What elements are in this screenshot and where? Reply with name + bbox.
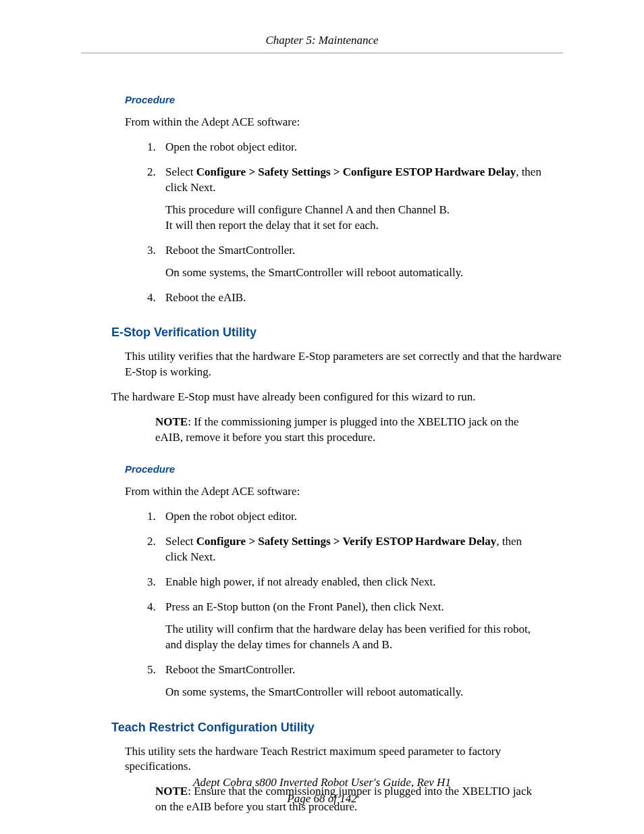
estop-note: NOTE: If the commissioning jumper is plu… [155, 415, 543, 446]
footer-page: Page 68 of 142 [0, 791, 644, 807]
step-text: Reboot the eAIB. [165, 291, 246, 304]
menu-path: Configure > Safety Settings > Verify EST… [196, 535, 496, 548]
procedure-1-intro: From within the Adept ACE software: [125, 115, 563, 130]
list-item: Reboot the SmartController. On some syst… [159, 243, 543, 281]
page: Chapter 5: Maintenance Procedure From wi… [0, 0, 644, 834]
note-text: : If the commissioning jumper is plugged… [155, 415, 519, 444]
procedure-2-list: Open the robot object editor. Select Con… [132, 509, 543, 700]
chapter-header: Chapter 5: Maintenance [81, 34, 563, 47]
step-text: Press an E-Stop button (on the Front Pan… [165, 600, 444, 613]
procedure-2-heading: Procedure [125, 463, 563, 475]
list-item: Reboot the SmartController. On some syst… [159, 662, 543, 700]
step-sub-text: It will then report the delay that it se… [165, 218, 543, 234]
list-item: Select Configure > Safety Settings > Con… [159, 165, 543, 234]
procedure-1-heading: Procedure [125, 94, 563, 105]
step-text: Select [165, 535, 196, 548]
list-item: Select Configure > Safety Settings > Ver… [159, 534, 543, 565]
page-footer: Adept Cobra s800 Inverted Robot User's G… [0, 775, 644, 807]
step-text: Enable high power, if not already enable… [165, 575, 436, 588]
step-sub-text: This procedure will configure Channel A … [165, 203, 543, 218]
note-label: NOTE [155, 415, 188, 428]
list-item: Open the robot object editor. [159, 509, 543, 525]
step-text: Select [165, 165, 196, 178]
estop-paragraph: The hardware E-Stop must have already be… [111, 390, 563, 405]
step-sub-text: The utility will confirm that the hardwa… [165, 622, 543, 653]
header-rule [81, 53, 563, 53]
procedure-2-intro: From within the Adept ACE software: [125, 484, 563, 500]
estop-paragraph: This utility verifies that the hardware … [125, 349, 563, 380]
step-text: Reboot the SmartController. [165, 244, 295, 257]
list-item: Enable high power, if not already enable… [159, 575, 543, 590]
menu-path: Configure > Safety Settings > Configure … [196, 165, 516, 178]
step-text: Open the robot object editor. [165, 510, 297, 523]
teach-heading: Teach Restrict Configuration Utility [111, 721, 563, 735]
estop-heading: E-Stop Verification Utility [111, 325, 563, 340]
step-text: Reboot the SmartController. [165, 663, 295, 676]
procedure-1-list: Open the robot object editor. Select Con… [132, 140, 543, 306]
list-item: Press an E-Stop button (on the Front Pan… [159, 600, 543, 653]
step-sub-text: On some systems, the SmartController wil… [165, 685, 543, 700]
step-text: Open the robot object editor. [165, 140, 297, 153]
list-item: Reboot the eAIB. [159, 290, 543, 306]
footer-title: Adept Cobra s800 Inverted Robot User's G… [0, 775, 644, 791]
teach-paragraph: This utility sets the hardware Teach Res… [125, 744, 563, 775]
list-item: Open the robot object editor. [159, 140, 543, 155]
step-sub-text: On some systems, the SmartController wil… [165, 265, 543, 281]
